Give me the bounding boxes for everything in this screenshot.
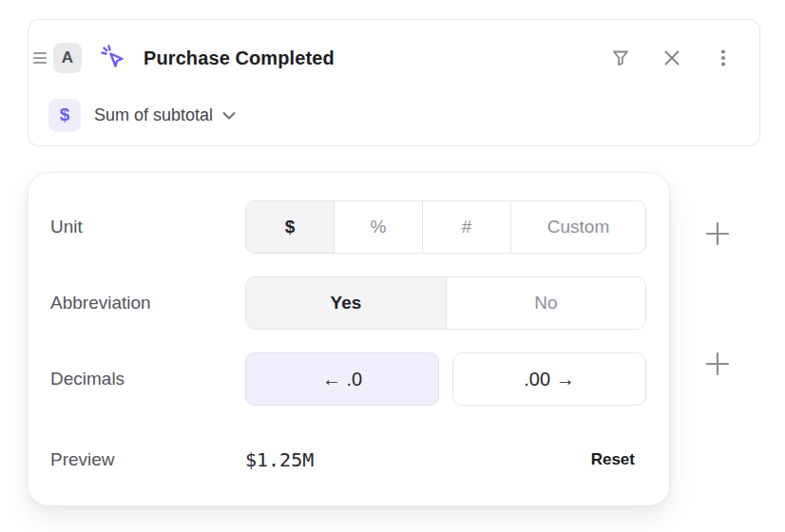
unit-control: $ % # Custom [245, 200, 646, 254]
event-row-badge[interactable]: A [53, 43, 82, 73]
dollar-badge-icon: $ [48, 99, 81, 132]
metric-label: Sum of subtotal [94, 105, 213, 125]
preview-value: $1.25M [245, 448, 314, 471]
unit-segmented-control: $ % # Custom [245, 200, 646, 254]
add-button-top plus-icon[interactable] [704, 220, 731, 247]
decimals-label: Decimals [50, 369, 124, 390]
kebab-menu-icon[interactable] [712, 47, 735, 69]
metric-dropdown[interactable]: Sum of subtotal [94, 105, 236, 125]
abbreviation-control: Yes No [245, 276, 646, 330]
decimals-decrease-button[interactable]: ← .0 [245, 352, 439, 406]
event-title[interactable]: Purchase Completed [144, 48, 335, 69]
unit-option-dollar[interactable]: $ [246, 201, 334, 253]
abbreviation-label: Abbreviation [50, 293, 151, 314]
number-format-panel: Unit $ % # Custom Abbreviation Yes No De… [28, 172, 670, 506]
unit-option-percent[interactable]: % [334, 201, 422, 253]
event-card-header: A Purchase Completed [29, 20, 759, 96]
reset-button[interactable]: Reset [591, 450, 644, 469]
close-icon[interactable] [661, 47, 683, 69]
chevron-down-icon [222, 109, 236, 124]
event-actions [609, 47, 735, 69]
metric-editor: A Purchase Completed [0, 0, 785, 532]
filter-icon[interactable] [609, 47, 632, 69]
preview-label: Preview [50, 449, 115, 470]
preview-row: Preview $1.25M Reset [50, 441, 644, 479]
metric-row: $ Sum of subtotal [29, 96, 759, 134]
unit-label: Unit [50, 217, 83, 238]
decimals-increase-button[interactable]: .00 → [452, 352, 646, 406]
abbreviation-option-yes[interactable]: Yes [246, 277, 446, 329]
abbreviation-segmented-control: Yes No [245, 276, 646, 330]
drag-handle-icon[interactable] [33, 52, 47, 64]
abbreviation-option-no[interactable]: No [446, 277, 645, 329]
decimals-control: ← .0 .00 → [245, 352, 646, 406]
unit-option-custom[interactable]: Custom [510, 201, 645, 253]
add-button-bottom plus-icon[interactable] [704, 351, 731, 377]
event-card: A Purchase Completed [28, 19, 760, 146]
unit-option-number[interactable]: # [422, 201, 510, 253]
click-event-icon [100, 44, 128, 72]
